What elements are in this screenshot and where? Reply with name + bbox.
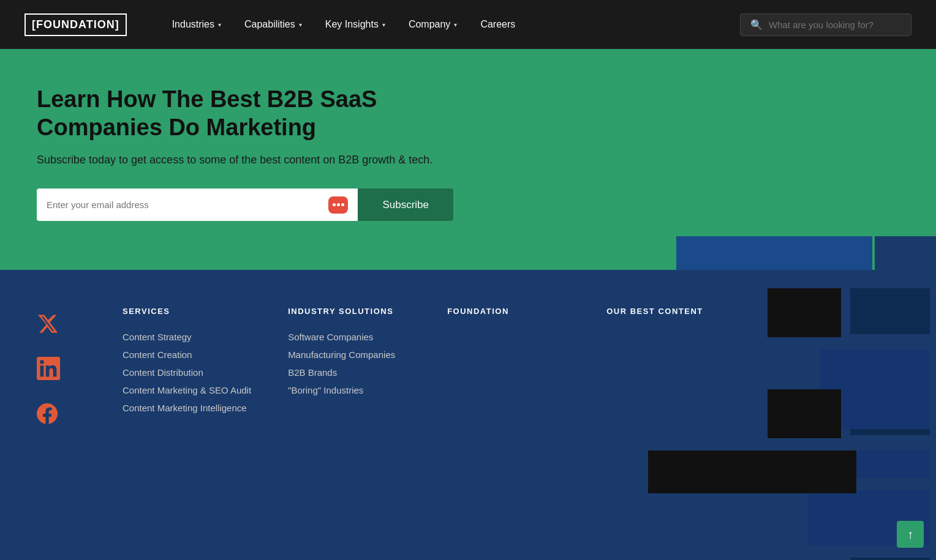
footer-link-seo-audit[interactable]: Content Marketing & SEO Audit — [123, 384, 251, 397]
nav-item-industries[interactable]: Industries ▾ — [164, 14, 230, 35]
services-title: SERVICES — [123, 307, 251, 316]
nav-item-key-insights[interactable]: Key Insights ▾ — [317, 14, 394, 35]
hero-heading: Learn How The Best B2B SaaS Companies Do… — [37, 86, 466, 141]
scroll-to-top-button[interactable]: ↑ — [897, 521, 924, 548]
footer-link-b2b-brands[interactable]: B2B Brands — [288, 366, 410, 379]
footer-link-content-intelligence[interactable]: Content Marketing Intelligence — [123, 401, 251, 414]
scroll-top-arrow-icon: ↑ — [907, 528, 913, 540]
subscribe-form: Subscribe — [37, 189, 453, 221]
footer-link-manufacturing-companies[interactable]: Manufacturing Companies — [288, 348, 410, 361]
footer-link-content-strategy[interactable]: Content Strategy — [123, 330, 251, 343]
footer-services: SERVICES Content Strategy Content Creati… — [123, 307, 251, 429]
footer-link-content-distribution[interactable]: Content Distribution — [123, 366, 251, 379]
search-icon: 🔍 — [750, 19, 763, 31]
footer-best-content: OUR BEST CONTENT — [606, 307, 729, 429]
industry-solutions-title: INDUSTRY SOLUTIONS — [288, 307, 410, 316]
email-input-wrap — [37, 189, 358, 221]
chevron-down-icon: ▾ — [218, 21, 221, 28]
twitter-x-icon[interactable] — [37, 313, 86, 338]
hero-decoration — [676, 236, 936, 270]
email-input[interactable] — [47, 189, 328, 221]
subscribe-button[interactable]: Subscribe — [358, 189, 453, 221]
nav-item-capabilities[interactable]: Capabilities ▾ — [236, 14, 311, 35]
footer: SERVICES Content Strategy Content Creati… — [0, 270, 936, 454]
nav-item-company[interactable]: Company ▾ — [400, 14, 466, 35]
footer-link-boring-industries[interactable]: "Boring" Industries — [288, 384, 410, 397]
nav-links: Industries ▾ Capabilities ▾ Key Insights… — [164, 14, 715, 35]
best-content-title: OUR BEST CONTENT — [606, 307, 729, 316]
footer-industry-solutions: INDUSTRY SOLUTIONS Software Companies Ma… — [288, 307, 410, 429]
deco-block — [850, 558, 930, 560]
search-bar[interactable]: 🔍 — [740, 13, 911, 36]
chevron-down-icon: ▾ — [382, 21, 385, 28]
foundation-title: FOUNDATION — [447, 307, 570, 316]
chevron-down-icon: ▾ — [299, 21, 302, 28]
social-icons — [37, 307, 86, 429]
footer-link-software-companies[interactable]: Software Companies — [288, 330, 410, 343]
footer-content: SERVICES Content Strategy Content Creati… — [37, 307, 899, 429]
deco-block-dark — [648, 450, 856, 493]
hero-section: Learn How The Best B2B SaaS Companies Do… — [0, 49, 936, 270]
chat-icon — [328, 196, 348, 214]
footer-link-content-creation[interactable]: Content Creation — [123, 348, 251, 361]
chevron-down-icon: ▾ — [454, 21, 457, 28]
navbar: [FOUNDATION] Industries ▾ Capabilities ▾… — [0, 0, 936, 49]
hero-subtext: Subscribe today to get access to some of… — [37, 154, 453, 166]
linkedin-icon[interactable] — [37, 357, 86, 384]
footer-foundation: FOUNDATION — [447, 307, 570, 429]
search-input[interactable] — [769, 20, 901, 30]
logo[interactable]: [FOUNDATION] — [25, 13, 127, 36]
facebook-icon[interactable] — [37, 402, 86, 429]
nav-item-careers[interactable]: Careers — [472, 14, 524, 35]
